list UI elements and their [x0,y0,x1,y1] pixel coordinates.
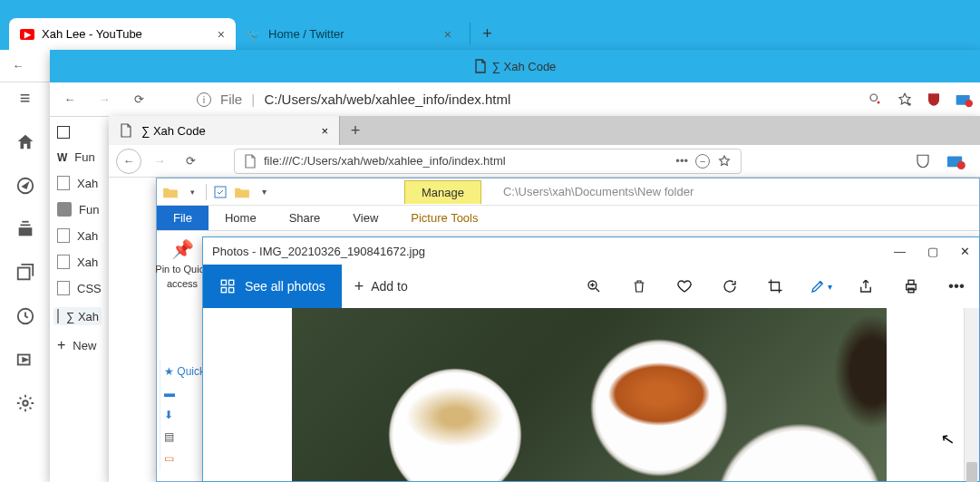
bookmark-item[interactable]: CSS [57,281,102,295]
ribbon-tab-file[interactable]: File [157,206,209,230]
maximize-button[interactable]: ▢ [927,245,938,258]
scrollbar-thumb[interactable] [966,462,977,482]
container-icon[interactable] [946,153,965,169]
edit-icon[interactable]: ▾ [798,265,843,308]
tab-title: ∑ Xah Code [141,124,206,138]
new-tab-button[interactable]: + [470,23,491,44]
new-bookmark[interactable]: +New [57,337,102,353]
youtube-rail: ≡ [0,82,54,482]
close-icon[interactable]: × [444,27,451,42]
tracking-icon[interactable] [868,92,884,108]
nav-item-downloads[interactable]: ⬇ [164,409,203,421]
bookmark-star-icon[interactable] [897,92,913,108]
back-button[interactable]: ← [116,149,141,174]
forward-button: → [147,149,172,174]
scrollbar[interactable] [964,308,979,481]
svg-rect-2 [20,225,30,227]
add-to-button[interactable]: +Add to [342,277,421,296]
tab-title: Home / Twitter [268,27,437,41]
firefox-titlebar[interactable]: ∑ Xah Code [50,50,980,82]
explore-icon[interactable] [15,176,35,196]
folder-icon[interactable] [162,184,179,200]
menu-icon[interactable]: ≡ [20,88,31,109]
bookmarks-sidebar: WFun Xah Fun Xah Xah CSS ∑ Xah +New [50,117,109,362]
quick-access-toolbar: ▾ ▾ [157,184,277,200]
bookmark-star-icon[interactable] [717,154,732,169]
ribbon-tab-picture-tools[interactable]: Picture Tools [394,206,494,230]
forward-button: → [92,87,117,112]
svg-rect-14 [215,187,226,198]
back-button[interactable]: ← [5,53,31,79]
print-icon[interactable] [888,265,934,308]
chrome-tab-twitter[interactable]: 🐦 Home / Twitter × [236,18,462,50]
nav-item-pictures[interactable]: ▭ [164,452,203,465]
bookmark-item[interactable]: Xah [57,228,102,243]
bookmark-item[interactable]: WFun [57,150,102,164]
container-icon[interactable] [955,92,973,108]
reload-button[interactable]: ⟳ [126,87,151,112]
contextual-tab-label[interactable]: Manage [404,180,481,204]
crop-icon[interactable] [752,265,798,308]
history-icon[interactable] [15,306,35,326]
svg-rect-1 [18,227,32,236]
photos-toolbar: See all photos +Add to ▾ ••• [203,265,979,308]
library-icon[interactable] [15,263,35,283]
zoom-icon[interactable] [571,265,616,308]
subscriptions-icon[interactable] [15,219,35,239]
explorer-header: ▾ ▾ Manage C:\Users\xah\Documents\New fo… [157,178,979,206]
old-tab-strip: ∑ Xah Code × + [109,116,980,145]
close-button[interactable]: ✕ [960,245,970,258]
pin-icon[interactable]: 📌 [171,238,194,260]
close-icon[interactable]: × [218,27,225,42]
bookmark-item[interactable]: Xah [57,176,102,190]
reload-button[interactable]: ⟳ [178,149,203,174]
nav-item-documents[interactable]: ▤ [164,430,203,443]
new-folder-icon[interactable] [234,184,250,200]
photos-title: Photos - IMG_20210326_190841672.jpg [212,245,425,258]
rotate-icon[interactable] [707,265,752,308]
more-icon[interactable]: ••• [675,154,688,168]
chrome-tab-youtube[interactable]: ▶ Xah Lee - YouTube × [9,18,236,50]
bookmark-item[interactable]: Fun [57,202,102,217]
ribbon: File Home Share View Picture Tools [157,206,979,231]
see-all-photos-button[interactable]: See all photos [203,265,342,308]
photo-image [292,308,887,481]
properties-icon[interactable] [212,184,228,200]
minimize-button[interactable]: — [894,245,906,258]
new-tab-button[interactable]: + [340,116,371,145]
sidebar-toggle[interactable] [57,126,102,139]
home-icon[interactable] [15,132,35,152]
bookmark-item[interactable]: ∑ Xah [53,307,102,325]
nav-item-desktop[interactable]: ▬ [164,387,203,400]
ublock-icon[interactable] [926,92,942,108]
photos-titlebar[interactable]: Photos - IMG_20210326_190841672.jpg — ▢ … [203,237,979,265]
info-icon[interactable]: i [197,92,211,107]
ribbon-tab-view[interactable]: View [336,206,394,230]
photo-viewport[interactable] [203,308,979,481]
ribbon-tab-share[interactable]: Share [273,206,337,230]
favorite-icon[interactable] [662,265,707,308]
svg-rect-21 [908,280,914,284]
bookmark-item[interactable]: Xah [57,255,102,269]
settings-icon[interactable] [15,393,35,413]
share-icon[interactable] [843,265,888,308]
back-button[interactable]: ← [57,87,82,112]
tab-title: Xah Lee - YouTube [42,27,210,41]
url-display[interactable]: File | C:/Users/xah/web/xahlee_info/inde… [220,92,510,107]
firefox-toolbar: ← → ⟳ i File | C:/Users/xah/web/xahlee_i… [50,82,980,117]
svg-rect-15 [221,280,226,284]
reader-icon[interactable]: – [695,154,710,169]
ribbon-tab-home[interactable]: Home [209,206,273,230]
more-icon[interactable]: ••• [934,265,979,308]
chevron-down-icon[interactable]: ▾ [184,184,200,200]
svg-point-8 [870,94,878,101]
close-icon[interactable]: × [321,124,328,138]
customize-qat-icon[interactable]: ▾ [256,184,272,200]
delete-icon[interactable] [616,265,662,308]
svg-point-13 [957,161,965,169]
url-bar[interactable]: file:///C:/Users/xah/web/xahlee_info/ind… [234,149,742,174]
ublock-icon[interactable] [915,153,931,169]
nav-item-quick[interactable]: ★ Quick [164,365,203,378]
watch-later-icon[interactable] [15,350,35,370]
old-tab[interactable]: ∑ Xah Code × [109,116,340,145]
